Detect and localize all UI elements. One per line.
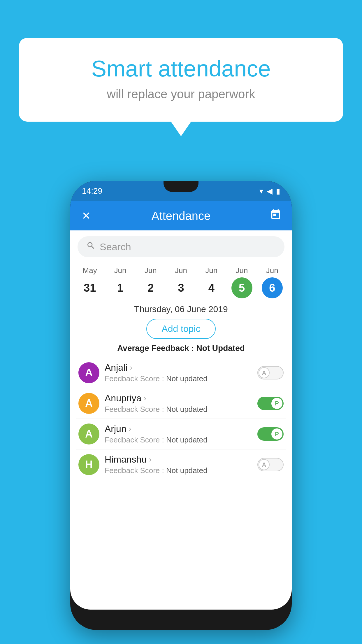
calendar-icon[interactable] [270, 209, 282, 223]
search-input[interactable]: Search [100, 241, 131, 253]
student-list: A Anjali › Feedback Score : Not updated … [70, 358, 292, 480]
student-name: Himanshu › [105, 454, 252, 465]
calendar-day-5[interactable]: Jun 5 [226, 266, 257, 298]
selected-date: Thursday, 06 June 2019 [70, 304, 292, 314]
student-name: Anjali › [105, 362, 252, 373]
student-avatar: A [78, 362, 99, 383]
speech-bubble-title: Smart attendance [42, 55, 320, 82]
cal-date: 1 [110, 277, 131, 298]
student-info: Anjali › Feedback Score : Not updated [105, 362, 252, 383]
student-item[interactable]: H Himanshu › Feedback Score : Not update… [76, 449, 286, 480]
chevron-right-icon: › [129, 424, 131, 433]
chevron-right-icon: › [144, 394, 146, 403]
student-item[interactable]: A Arjun › Feedback Score : Not updated P [76, 419, 286, 449]
student-info: Himanshu › Feedback Score : Not updated [105, 454, 252, 475]
feedback-score: Feedback Score : Not updated [105, 435, 252, 444]
cal-month: Jun [205, 266, 217, 275]
feedback-avg-value: Not Updated [196, 344, 245, 353]
app-bar: ✕ Attendance [70, 201, 292, 230]
feedback-avg-label: Average Feedback : [117, 344, 194, 353]
close-button[interactable]: ✕ [79, 209, 94, 222]
chevron-right-icon: › [130, 363, 132, 372]
cal-date: 31 [79, 277, 100, 298]
app-title: Attendance [94, 209, 268, 223]
feedback-score: Feedback Score : Not updated [105, 466, 252, 475]
attendance-toggle[interactable]: P [257, 427, 284, 441]
cal-date: 5 [231, 277, 252, 298]
toggle-knob: P [271, 428, 282, 440]
cal-month: Jun [236, 266, 248, 275]
student-avatar: H [78, 454, 99, 475]
attendance-toggle[interactable]: A [257, 366, 284, 379]
speech-bubble-subtitle: will replace your paperwork [42, 87, 320, 101]
feedback-average: Average Feedback : Not Updated [70, 344, 292, 353]
student-avatar: A [78, 393, 99, 414]
wifi-icon: ▾ [259, 187, 263, 196]
status-icons: ▾ ◀ ▮ [259, 187, 280, 196]
search-icon [86, 241, 96, 253]
student-info: Arjun › Feedback Score : Not updated [105, 424, 252, 444]
cal-date: 3 [171, 277, 191, 298]
add-topic-button[interactable]: Add topic [146, 319, 215, 339]
student-item[interactable]: A Anupriya › Feedback Score : Not update… [76, 388, 286, 419]
student-avatar: A [78, 424, 99, 444]
phone-screen: Search May 31 Jun 1 Jun 2 Jun 3 Jun 4 Ju… [70, 230, 292, 610]
calendar-day-6[interactable]: Jun 6 [257, 266, 287, 298]
cal-month: Jun [175, 266, 187, 275]
student-name: Arjun › [105, 424, 252, 434]
calendar-day-4[interactable]: Jun 4 [196, 266, 226, 298]
student-item[interactable]: A Anjali › Feedback Score : Not updated … [76, 358, 286, 388]
cal-date: 6 [262, 277, 283, 298]
speech-bubble-container: Smart attendance will replace your paper… [19, 38, 343, 122]
cal-month: May [83, 266, 97, 275]
toggle-knob: A [259, 459, 270, 470]
calendar-strip: May 31 Jun 1 Jun 2 Jun 3 Jun 4 Jun 5 Jun… [70, 260, 292, 301]
cal-date: 2 [140, 277, 161, 298]
cal-date: 4 [201, 277, 222, 298]
cal-month: Jun [266, 266, 278, 275]
battery-icon: ▮ [276, 187, 280, 196]
calendar-day-0[interactable]: May 31 [75, 266, 105, 298]
notch [164, 181, 198, 192]
toggle-knob: P [271, 398, 282, 409]
cal-month: Jun [145, 266, 157, 275]
feedback-score: Feedback Score : Not updated [105, 405, 252, 414]
attendance-toggle[interactable]: P [257, 397, 284, 410]
calendar-day-2[interactable]: Jun 2 [136, 266, 166, 298]
student-name: Anupriya › [105, 393, 252, 404]
cal-month: Jun [114, 266, 126, 275]
chevron-right-icon: › [149, 455, 152, 464]
phone-frame: 14:29 ▾ ◀ ▮ ✕ Attendance Search [70, 181, 292, 630]
search-bar[interactable]: Search [78, 236, 284, 257]
student-info: Anupriya › Feedback Score : Not updated [105, 393, 252, 414]
signal-icon: ◀ [267, 187, 273, 196]
status-time: 14:29 [82, 186, 102, 196]
feedback-score: Feedback Score : Not updated [105, 374, 252, 383]
attendance-toggle[interactable]: A [257, 458, 284, 471]
speech-bubble: Smart attendance will replace your paper… [19, 38, 343, 122]
status-bar: 14:29 ▾ ◀ ▮ [70, 181, 292, 201]
calendar-day-1[interactable]: Jun 1 [105, 266, 135, 298]
calendar-day-3[interactable]: Jun 3 [166, 266, 196, 298]
toggle-knob: A [259, 367, 270, 378]
